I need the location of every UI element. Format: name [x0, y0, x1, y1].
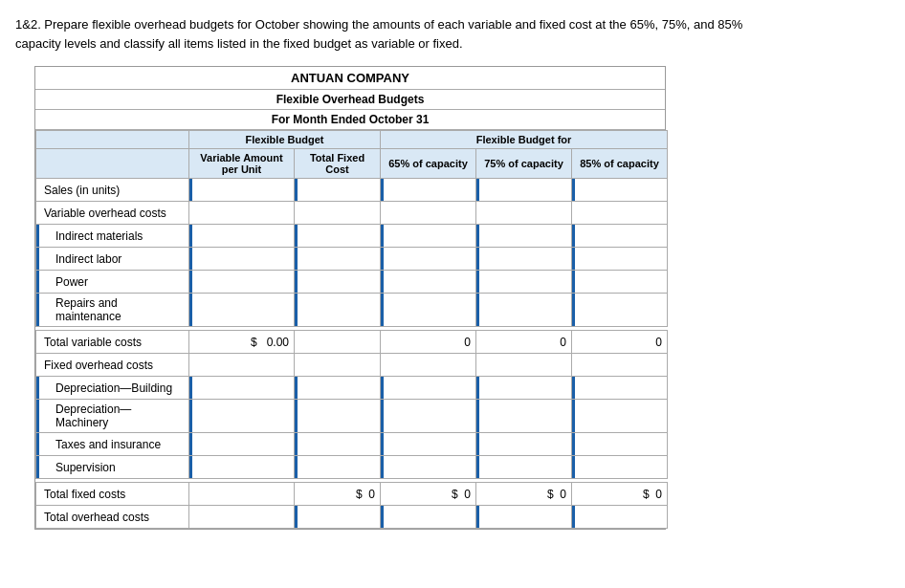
total-variable-75-cell: 0	[476, 331, 572, 354]
var-amt-header: Variable Amount per Unit	[189, 149, 295, 179]
total-fixed-75-val: 0	[560, 488, 566, 501]
total-fixed-header: Total Fixed Cost	[295, 149, 381, 179]
dep-building-65-input[interactable]	[381, 377, 476, 400]
total-fixed-label: Total fixed costs	[36, 483, 189, 506]
taxes-insurance-var-input[interactable]	[189, 433, 295, 456]
sales-75-input[interactable]	[476, 179, 572, 202]
sales-var-input[interactable]	[189, 179, 295, 202]
total-overhead-fixed-input[interactable]	[295, 506, 381, 529]
taxes-insurance-65-input[interactable]	[381, 433, 476, 456]
indirect-materials-85-input[interactable]	[572, 225, 668, 248]
power-85-input[interactable]	[572, 271, 668, 294]
repairs-label: Repairs and maintenance	[36, 294, 189, 327]
sales-row: Sales (in units)	[36, 179, 668, 202]
supervision-var-input[interactable]	[189, 456, 295, 479]
taxes-insurance-row: Taxes and insurance	[36, 433, 668, 456]
supervision-85-input[interactable]	[572, 456, 668, 479]
table-period: For Month Ended October 31	[35, 110, 665, 130]
indirect-materials-var-input[interactable]	[189, 225, 295, 248]
var-overhead-85-cell	[572, 202, 668, 225]
var-overhead-label: Variable overhead costs	[36, 202, 189, 225]
depreciation-machinery-row: Depreciation—Machinery	[36, 400, 668, 433]
dep-building-85-input[interactable]	[572, 377, 668, 400]
total-fixed-65-val: 0	[464, 488, 471, 501]
indirect-materials-row: Indirect materials	[36, 225, 668, 248]
taxes-insurance-fixed-input[interactable]	[295, 433, 381, 456]
indirect-labor-85-input[interactable]	[572, 248, 668, 271]
var-overhead-fixed-cell	[295, 202, 381, 225]
company-name: ANTUAN COMPANY	[35, 67, 665, 90]
col75-header: 75% of capacity	[476, 149, 572, 179]
label-col-header	[36, 149, 189, 179]
empty-header	[36, 131, 189, 149]
supervision-fixed-input[interactable]	[295, 456, 381, 479]
fixed-overhead-75-cell	[476, 354, 572, 377]
depreciation-building-label: Depreciation—Building	[36, 377, 189, 400]
taxes-insurance-75-input[interactable]	[476, 433, 572, 456]
depreciation-machinery-label: Depreciation—Machinery	[36, 400, 189, 433]
sales-fixed-input[interactable]	[295, 179, 381, 202]
total-fixed-75-dollar: $	[547, 488, 554, 501]
sales-85-input[interactable]	[572, 179, 668, 202]
repairs-fixed-input[interactable]	[295, 294, 381, 327]
supervision-65-input[interactable]	[381, 456, 476, 479]
total-overhead-row: Total overhead costs	[36, 506, 668, 529]
dep-building-var-input[interactable]	[189, 377, 295, 400]
dep-building-fixed-input[interactable]	[295, 377, 381, 400]
repairs-85-input[interactable]	[572, 294, 668, 327]
total-variable-fixed-cell	[295, 331, 381, 354]
sub-header-row: Variable Amount per Unit Total Fixed Cos…	[36, 149, 668, 179]
flex-budget-header: Flexible Budget	[189, 131, 381, 149]
var-overhead-65-cell	[381, 202, 476, 225]
dep-machinery-65-input[interactable]	[381, 400, 476, 433]
power-65-input[interactable]	[381, 271, 476, 294]
sales-label: Sales (in units)	[36, 179, 189, 202]
total-var-dollar-sign: $	[251, 336, 257, 349]
total-overhead-85-input[interactable]	[572, 506, 668, 529]
indirect-materials-fixed-input[interactable]	[295, 225, 381, 248]
total-fixed-85-dollar: $	[643, 488, 650, 501]
total-overhead-75-input[interactable]	[476, 506, 572, 529]
var-overhead-var-cell	[189, 202, 295, 225]
power-fixed-input[interactable]	[295, 271, 381, 294]
indirect-labor-65-input[interactable]	[381, 248, 476, 271]
dep-building-75-input[interactable]	[476, 377, 572, 400]
repairs-75-input[interactable]	[476, 294, 572, 327]
total-overhead-label: Total overhead costs	[36, 506, 189, 529]
col85-header: 85% of capacity	[572, 149, 668, 179]
indirect-materials-65-input[interactable]	[381, 225, 476, 248]
total-variable-dollar-cell: $ 0.00	[189, 331, 295, 354]
indirect-materials-75-input[interactable]	[476, 225, 572, 248]
repairs-65-input[interactable]	[381, 294, 476, 327]
budget-table-wrapper: ANTUAN COMPANY Flexible Overhead Budgets…	[34, 66, 666, 530]
dep-machinery-fixed-input[interactable]	[295, 400, 381, 433]
dep-machinery-var-input[interactable]	[189, 400, 295, 433]
total-fixed-65-cell: $ 0	[381, 483, 476, 506]
power-75-input[interactable]	[476, 271, 572, 294]
supervision-label: Supervision	[36, 456, 189, 479]
fixed-overhead-85-cell	[572, 354, 668, 377]
col65-header: 65% of capacity	[381, 149, 476, 179]
taxes-insurance-85-input[interactable]	[572, 433, 668, 456]
power-var-input[interactable]	[189, 271, 295, 294]
indirect-labor-75-input[interactable]	[476, 248, 572, 271]
sales-65-input[interactable]	[381, 179, 476, 202]
indirect-labor-fixed-input[interactable]	[295, 248, 381, 271]
total-variable-65-cell: 0	[381, 331, 476, 354]
indirect-labor-var-input[interactable]	[189, 248, 295, 271]
depreciation-building-row: Depreciation—Building	[36, 377, 668, 400]
total-overhead-var-cell	[189, 506, 295, 529]
total-variable-label: Total variable costs	[36, 331, 189, 354]
total-fixed-75-cell: $ 0	[476, 483, 572, 506]
dep-machinery-75-input[interactable]	[476, 400, 572, 433]
supervision-75-input[interactable]	[476, 456, 572, 479]
flex-budget-for-header: Flexible Budget for	[381, 131, 668, 149]
repairs-var-input[interactable]	[189, 294, 295, 327]
dep-machinery-85-input[interactable]	[572, 400, 668, 433]
total-fixed-65-dollar: $	[452, 488, 458, 501]
supervision-row: Supervision	[36, 456, 668, 479]
repairs-row: Repairs and maintenance	[36, 294, 668, 327]
fixed-overhead-fixed-cell	[295, 354, 381, 377]
total-fixed-row: Total fixed costs $ 0 $ 0 $ 0 $ 0	[36, 483, 668, 506]
total-overhead-65-input[interactable]	[381, 506, 476, 529]
